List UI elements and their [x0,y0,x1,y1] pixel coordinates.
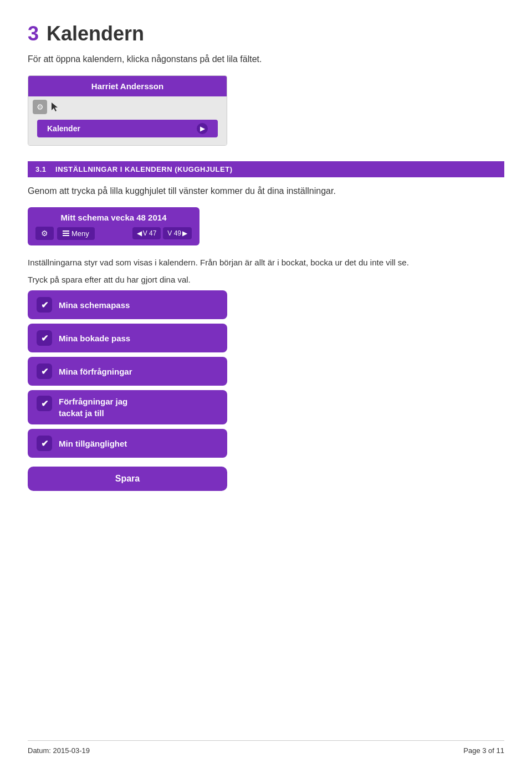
page-title: 3 Kalendern [28,22,504,45]
footer-page: Page 3 of 11 [463,746,504,755]
spara-button[interactable]: Spara [28,467,227,491]
kalender-button: Kalender ▶ [37,120,218,137]
subsection-heading: 3.1 Inställningar i kalendern (kugghjule… [28,161,504,177]
checkbox-label-1: Mina schemapass [59,300,130,310]
checkbox-item-3: ✔ Mina förfrågningar [28,357,227,386]
footer-datum: Datum: 2015-03-19 [28,746,90,755]
schema-gear-icon: ⚙ [41,229,48,238]
checkbox-item-2: ✔ Mina bokade pass [28,324,227,352]
footer: Datum: 2015-03-19 Page 3 of 11 [28,740,504,755]
subsection-number: 3.1 [35,165,47,173]
schema-bar-title: Mitt schema vecka 48 2014 [35,213,192,222]
cal-controls-row: ⚙ [28,96,227,117]
arrow-icon: ▶ [197,123,208,134]
v49-btn: V 49 ▶ [163,227,192,239]
checkbox-item-5: ✔ Min tillgänglighet [28,429,227,458]
checkbox-label-5: Min tillgänglighet [59,439,127,448]
lines-icon [63,231,69,236]
section-title: Kalendern [47,22,144,45]
section-number: 3 [28,22,39,45]
calendar-mockup: Harriet Andersson ⚙ Kalender ▶ [28,75,227,146]
right-arrow-icon: ▶ [182,229,187,237]
check-icon-2: ✔ [37,330,52,346]
kalender-btn-wrapper: Kalender ▶ [28,117,227,145]
svg-marker-0 [52,103,58,111]
check-icon-3: ✔ [37,363,52,379]
checkbox-label-2: Mina bokade pass [59,334,130,343]
schema-meny-btn: Meny [57,227,95,240]
checkbox-label-3: Mina förfrågningar [59,367,132,376]
v49-label: V 49 [167,229,181,237]
checkbox-item-4: ✔ Förfrågningar jagtackat ja till [28,390,227,424]
v47-btn: ◀ V 47 [132,227,161,239]
check-icon-4: ✔ [37,396,52,411]
subsection-text: Genom att trycka på lilla kugghjulet til… [28,186,504,196]
kalender-label: Kalender [47,124,80,133]
body-text-1: Inställningarna styr vad som visas i kal… [28,257,504,269]
checkbox-label-4: Förfrågningar jagtackat ja till [59,396,127,419]
schema-bar: Mitt schema vecka 48 2014 ⚙ Meny ◀ V 47 … [28,207,200,245]
schema-gear-btn: ⚙ [35,227,54,240]
body-text-2: Tryck på spara efter att du har gjort di… [28,274,504,286]
check-icon-1: ✔ [37,297,52,313]
checkbox-item-1: ✔ Mina schemapass [28,290,227,319]
meny-label: Meny [71,229,89,238]
left-arrow-icon: ◀ [137,229,142,237]
check-icon-5: ✔ [37,436,52,451]
v47-label: V 47 [143,229,157,237]
cursor-icon [50,101,59,112]
cal-user-name: Harriet Andersson [28,76,227,96]
schema-bar-controls: ⚙ Meny ◀ V 47 V 49 ▶ [35,227,192,240]
schema-nav: ◀ V 47 V 49 ▶ [132,227,192,239]
gear-icon: ⚙ [33,100,47,114]
intro-text: För att öppna kalendern, klicka någonsta… [28,54,504,64]
subsection-title: Inställningar i kalendern (kugghjulet) [55,165,232,173]
checkbox-list: ✔ Mina schemapass ✔ Mina bokade pass ✔ M… [28,290,227,458]
spara-label: Spara [115,474,140,483]
